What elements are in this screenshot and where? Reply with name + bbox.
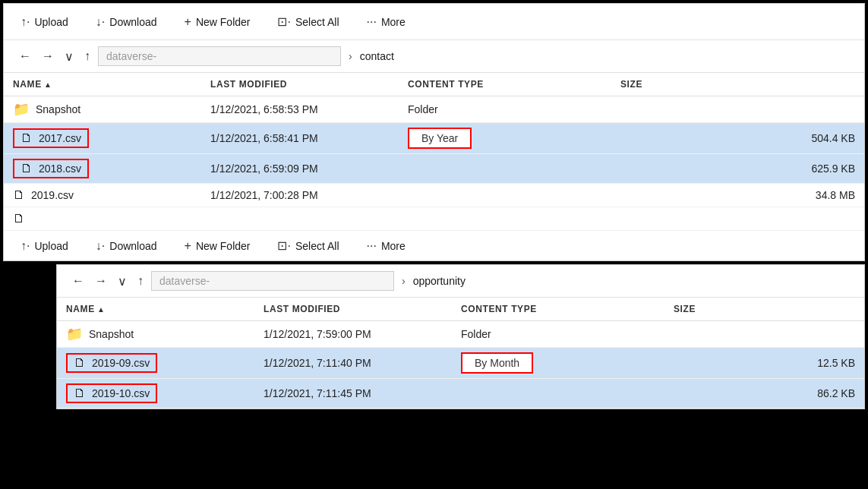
download-icon: ↓·	[96, 15, 105, 29]
file-name: 2018.csv	[39, 162, 81, 175]
file-type	[399, 207, 611, 231]
new-folder-label: New Folder	[196, 16, 251, 28]
file-size	[611, 207, 864, 231]
file-size: 625.9 KB	[611, 154, 864, 184]
table-row[interactable]: 📁Snapshot1/12/2021, 7:59:00 PMFolder	[57, 321, 864, 348]
file-type	[399, 184, 611, 207]
address-folder-1: contact	[360, 50, 394, 62]
back-button-1[interactable]: ←	[16, 48, 34, 65]
file-icon: 🗋	[21, 131, 33, 145]
file-type: By Year	[399, 123, 611, 154]
forward-button-1[interactable]: →	[39, 48, 57, 65]
more-icon: ···	[367, 15, 377, 29]
table-row[interactable]: 🗋2018.csv1/12/2021, 6:59:09 PM625.9 KB	[4, 154, 864, 184]
file-type	[399, 154, 611, 184]
up-button-2[interactable]: ↑	[134, 273, 147, 289]
table-row[interactable]: 🗋2019.csv1/12/2021, 7:00:28 PM34.8 MB	[4, 184, 864, 207]
file-name: 2017.csv	[39, 132, 81, 144]
more-label: More	[381, 16, 406, 28]
folder-icon: 📁	[13, 101, 30, 118]
download-button[interactable]: ↓· Download	[91, 12, 162, 32]
file-size: 504.4 KB	[611, 123, 864, 154]
panel-2: ← → ∨ ↑ › opportunity NAME LAST MODIFIED…	[56, 264, 865, 409]
address-folder-2: opportunity	[413, 275, 466, 287]
new-folder-button[interactable]: + New Folder	[180, 12, 255, 32]
file-size	[664, 321, 864, 348]
more-button[interactable]: ··· More	[362, 12, 410, 32]
back-button-2[interactable]: ←	[69, 273, 87, 289]
file-modified: 1/12/2021, 6:59:09 PM	[201, 154, 399, 184]
upload-icon: ↑·	[21, 15, 30, 29]
file-icon: 🗋	[13, 188, 25, 202]
file-name: 2019-09.csv	[92, 357, 150, 369]
table-row[interactable]: 🗋2019-10.csv1/12/2021, 7:11:45 PM86.2 KB	[57, 379, 864, 409]
address-chevron-1: ›	[346, 50, 355, 62]
col-modified-2: LAST MODIFIED	[254, 298, 452, 321]
toolbar-1: ↑· Upload ↓· Download + New Folder ⊡· Se…	[4, 4, 864, 40]
file-type: Folder	[399, 96, 611, 123]
file-size	[611, 96, 864, 123]
address-input-2[interactable]	[151, 271, 394, 291]
forward-button-2[interactable]: →	[92, 273, 110, 289]
file-modified: 1/12/2021, 7:11:45 PM	[254, 379, 452, 409]
new-folder-icon: +	[185, 15, 191, 29]
col-type-1: CONTENT TYPE	[399, 73, 611, 96]
col-type-2: CONTENT TYPE	[452, 298, 664, 321]
select-all-button[interactable]: ⊡· Select All	[273, 11, 343, 32]
file-modified: 1/12/2021, 6:58:41 PM	[201, 123, 399, 154]
inline-more-button[interactable]: ··· More	[362, 236, 410, 256]
file-modified: 1/12/2021, 7:11:40 PM	[254, 348, 452, 379]
file-modified: 1/12/2021, 7:00:28 PM	[201, 184, 399, 207]
annotation-by-month: By Month	[461, 352, 533, 374]
file-size: 12.5 KB	[664, 348, 864, 379]
inline-download-icon: ↓·	[96, 239, 105, 253]
file-type	[452, 379, 664, 409]
inline-new-folder-button[interactable]: + New Folder	[180, 236, 255, 256]
table-row[interactable]: 🗋2019-09.csv1/12/2021, 7:11:40 PMBy Mont…	[57, 348, 864, 379]
address-bar-2: ← → ∨ ↑ › opportunity	[57, 265, 864, 298]
panel-1: ↑· Upload ↓· Download + New Folder ⊡· Se…	[3, 3, 865, 261]
select-all-label: Select All	[295, 16, 339, 28]
inline-upload-icon: ↑·	[21, 239, 30, 253]
file-name: Snapshot	[36, 103, 80, 115]
download-label: Download	[109, 16, 156, 28]
file-modified: 1/12/2021, 6:58:53 PM	[201, 96, 399, 123]
up-button-1[interactable]: ↑	[81, 48, 93, 65]
col-name-1: NAME	[4, 73, 201, 96]
down-button-2[interactable]: ∨	[115, 273, 130, 290]
file-table-1: NAME LAST MODIFIED CONTENT TYPE SIZE 📁Sn…	[4, 73, 864, 231]
file-modified: 1/12/2021, 7:59:00 PM	[254, 321, 452, 348]
inline-select-all-label: Select All	[295, 240, 339, 252]
file-icon: 🗋	[74, 386, 86, 400]
file-icon: 🗋	[13, 212, 25, 226]
inline-new-folder-label: New Folder	[196, 240, 251, 252]
inline-more-label: More	[381, 240, 406, 252]
upload-button[interactable]: ↑· Upload	[16, 12, 73, 32]
select-all-icon: ⊡·	[277, 14, 290, 29]
table-row[interactable]: 🗋	[4, 207, 864, 231]
inline-toolbar-1: ↑· Upload ↓· Download + New Folder ⊡· Se…	[4, 231, 864, 260]
inline-upload-button[interactable]: ↑· Upload	[16, 236, 73, 256]
upload-label: Upload	[34, 16, 68, 28]
file-name: 2019.csv	[31, 189, 74, 201]
inline-download-button[interactable]: ↓· Download	[91, 236, 162, 256]
file-table-2: NAME LAST MODIFIED CONTENT TYPE SIZE 📁Sn…	[57, 298, 864, 409]
table-row[interactable]: 🗋2017.csv1/12/2021, 6:58:41 PMBy Year504…	[4, 123, 864, 154]
down-button-1[interactable]: ∨	[62, 48, 77, 65]
file-type: Folder	[452, 321, 664, 348]
address-chevron-2: ›	[399, 275, 409, 287]
table-row[interactable]: 📁Snapshot1/12/2021, 6:58:53 PMFolder	[4, 96, 864, 123]
file-icon: 🗋	[21, 162, 33, 175]
file-name: Snapshot	[89, 328, 134, 340]
col-size-2: SIZE	[664, 298, 864, 321]
inline-select-all-button[interactable]: ⊡· Select All	[273, 235, 343, 256]
address-bar-1: ← → ∨ ↑ › contact	[4, 40, 864, 73]
col-name-2: NAME	[57, 298, 254, 321]
col-modified-1: LAST MODIFIED	[201, 73, 399, 96]
file-type: By Month	[452, 348, 664, 379]
file-size: 34.8 MB	[611, 184, 864, 207]
file-modified	[201, 207, 399, 231]
inline-download-label: Download	[109, 240, 156, 252]
annotation-by-year: By Year	[408, 128, 472, 149]
address-input-1[interactable]	[98, 46, 341, 66]
